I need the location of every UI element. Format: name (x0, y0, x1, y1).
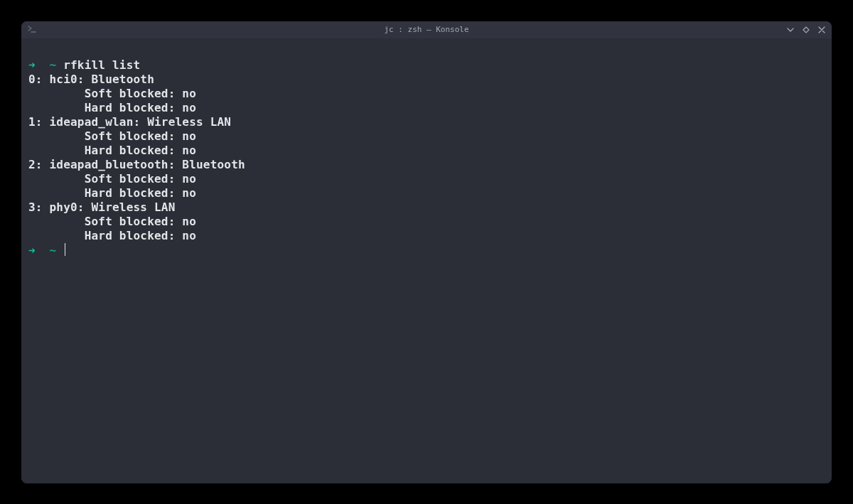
command-line: ➜ ~ rfkill list (28, 58, 825, 73)
prompt-tilde: ~ (50, 58, 57, 72)
output-block: 0: hci0: Bluetooth Soft blocked: no Hard… (28, 73, 825, 243)
command-text: rfkill list (63, 58, 140, 72)
prompt-arrow: ➜ (28, 244, 36, 257)
cursor (65, 243, 65, 256)
maximize-button[interactable] (802, 26, 810, 34)
prompt-line: ➜ ~ (28, 243, 825, 258)
minimize-button[interactable] (786, 26, 795, 34)
window-title: jc : zsh — Konsole (384, 25, 468, 34)
close-button[interactable] (817, 26, 826, 34)
terminal-window: jc : zsh — Konsole ➜ ~ rfkill list0: hci… (21, 21, 832, 483)
prompt-arrow: ➜ (28, 58, 36, 72)
prompt-tilde: ~ (50, 244, 57, 257)
app-icon (27, 25, 37, 35)
titlebar: jc : zsh — Konsole (21, 21, 832, 38)
terminal-body[interactable]: ➜ ~ rfkill list0: hci0: Bluetooth Soft b… (21, 38, 832, 483)
window-controls (786, 26, 826, 34)
